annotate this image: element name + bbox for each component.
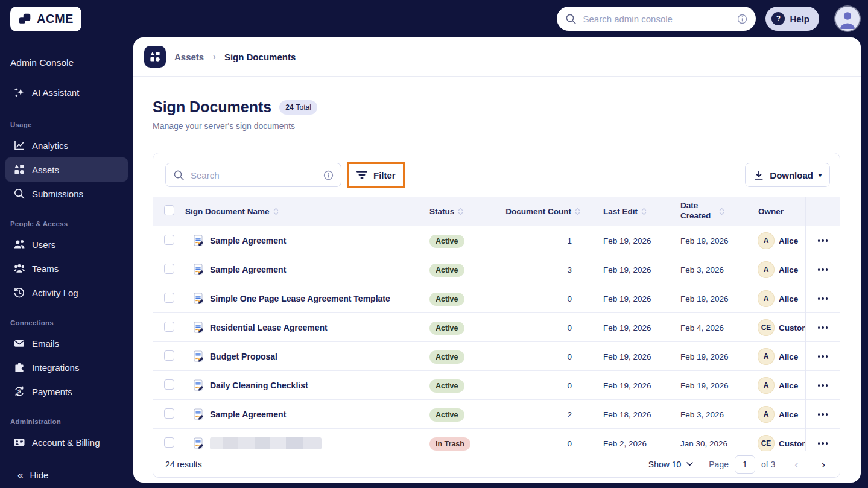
sidebar: Admin Console AI Assistant Usage Analyti… [0, 37, 133, 488]
question-icon: ? [771, 12, 785, 25]
sidebar-item-ai-assistant[interactable]: AI Assistant [5, 80, 128, 104]
show-per-page-select[interactable]: Show 10 [648, 460, 693, 469]
document-name[interactable]: Budget Proposal [210, 352, 277, 361]
table-row: Budget Proposal Active 0 Feb 19, 2026 Fe… [153, 341, 840, 370]
document-name[interactable]: Sample Agreement [210, 410, 286, 419]
row-actions-menu-button[interactable] [814, 410, 832, 419]
owner-name: Customer [779, 323, 805, 332]
owner-name: Alice [779, 294, 798, 303]
document-name[interactable]: Residential Lease Agreement [210, 323, 328, 332]
sort-icon[interactable] [273, 208, 279, 215]
row-actions-menu-button[interactable] [814, 294, 832, 303]
sort-icon[interactable] [458, 208, 463, 215]
status-badge: Active [429, 350, 464, 364]
table-row: Simple One Page Lease Agreement Template… [153, 284, 840, 312]
sidebar-section-administration: Administration [10, 418, 133, 425]
sidebar-section-connections: Connections [10, 319, 133, 326]
owner-avatar: A [758, 348, 775, 365]
sidebar-item-integrations[interactable]: Integrations [5, 355, 128, 379]
total-label: Total [296, 103, 311, 112]
sort-icon[interactable] [719, 208, 724, 215]
last-edit-date: Feb 19, 2026 [581, 352, 672, 361]
show-per-page-label: Show 10 [648, 460, 681, 469]
brand-logo[interactable]: ACME [10, 7, 81, 31]
sidebar-item-submissions[interactable]: Submissions [5, 182, 128, 206]
column-header-name[interactable]: Sign Document Name [185, 207, 425, 216]
column-header-date-created[interactable]: Date Created [672, 201, 753, 221]
table-search-input[interactable] [191, 170, 317, 180]
document-name[interactable]: Sample Agreement [210, 236, 286, 246]
document-name[interactable] [210, 437, 322, 449]
table-search-bar[interactable] [165, 163, 341, 187]
sidebar-item-analytics[interactable]: Analytics [5, 133, 128, 157]
sort-icon[interactable] [641, 208, 647, 215]
column-header-last-edit[interactable]: Last Edit [581, 207, 672, 216]
sidebar-item-label: Analytics [32, 141, 68, 151]
document-name[interactable]: Daily Cleaning Checklist [210, 381, 308, 390]
history-clock-icon [13, 287, 25, 299]
owner-name: Customer [779, 439, 805, 448]
column-header-status[interactable]: Status [425, 207, 500, 216]
date-created: Feb 19, 2026 [672, 352, 753, 361]
page-header: Sign Documents 24 Total Manage your serv… [133, 77, 861, 131]
sidebar-item-account-billing[interactable]: Account & Billing [5, 430, 128, 454]
sidebar-item-users[interactable]: Users [5, 232, 128, 256]
filter-label: Filter [373, 170, 396, 180]
row-checkbox[interactable] [164, 408, 174, 419]
sign-document-icon [193, 379, 204, 391]
owner-avatar: A [758, 261, 775, 278]
sidebar-item-teams[interactable]: Teams [5, 256, 128, 280]
row-actions-menu-button[interactable] [814, 265, 832, 274]
status-badge: Active [429, 322, 464, 335]
document-name[interactable]: Simple One Page Lease Agreement Template [210, 294, 390, 303]
admin-search-input[interactable] [583, 14, 731, 24]
row-checkbox[interactable] [164, 264, 174, 274]
user-avatar[interactable] [835, 7, 860, 31]
next-page-button[interactable]: › [818, 457, 829, 471]
sort-icon[interactable] [575, 208, 580, 215]
analytics-icon [13, 139, 25, 151]
row-actions-menu-button[interactable] [814, 236, 832, 246]
row-actions-menu-button[interactable] [814, 352, 832, 361]
last-edit-date: Feb 19, 2026 [581, 265, 672, 274]
status-badge: Active [429, 379, 464, 393]
row-checkbox[interactable] [164, 322, 174, 332]
sign-document-icon [193, 437, 204, 449]
owner-avatar: CE [758, 319, 775, 336]
owner-avatar: A [758, 232, 775, 249]
admin-search-bar[interactable] [557, 7, 756, 31]
sidebar-item-activity-log[interactable]: Activity Log [5, 280, 128, 305]
table-row: Sample Agreement Active 1 Feb 19, 2026 F… [153, 226, 840, 255]
row-checkbox[interactable] [164, 437, 174, 448]
select-all-checkbox[interactable] [164, 205, 174, 215]
sidebar-item-assets[interactable]: Assets [5, 157, 128, 182]
column-header-document-count[interactable]: Document Count [500, 207, 581, 216]
row-checkbox[interactable] [164, 235, 174, 245]
total-count: 24 [285, 103, 293, 112]
sidebar-item-emails[interactable]: Emails [5, 331, 128, 355]
breadcrumb-assets-link[interactable]: Assets [174, 52, 204, 62]
row-actions-menu-button[interactable] [814, 323, 832, 332]
owner-name: Alice [779, 236, 798, 246]
previous-page-button[interactable]: ‹ [791, 457, 802, 471]
row-actions-menu-button[interactable] [814, 439, 832, 448]
download-button[interactable]: Download ▾ [745, 163, 830, 187]
filter-button[interactable]: Filter [350, 164, 402, 186]
row-actions-menu-button[interactable] [814, 381, 832, 390]
sidebar-collapse-button[interactable]: « Hide [0, 461, 133, 488]
status-badge: In Trash [429, 437, 470, 451]
row-checkbox[interactable] [164, 379, 174, 390]
page-number-input[interactable] [735, 455, 755, 474]
date-created: Feb 19, 2026 [672, 236, 753, 246]
search-icon [173, 170, 185, 181]
row-checkbox[interactable] [164, 350, 174, 361]
owner-avatar: A [758, 406, 775, 423]
sidebar-item-label: Users [32, 239, 55, 250]
table-footer: 24 results Show 10 Page of 3 ‹ › [153, 451, 840, 477]
sidebar-item-payments[interactable]: $ Payments [5, 379, 128, 404]
document-name[interactable]: Sample Agreement [210, 265, 286, 274]
help-button[interactable]: ? Help [765, 7, 819, 31]
sidebar-item-label: Integrations [32, 363, 79, 373]
row-checkbox[interactable] [164, 293, 174, 303]
date-created: Feb 4, 2026 [672, 323, 753, 332]
